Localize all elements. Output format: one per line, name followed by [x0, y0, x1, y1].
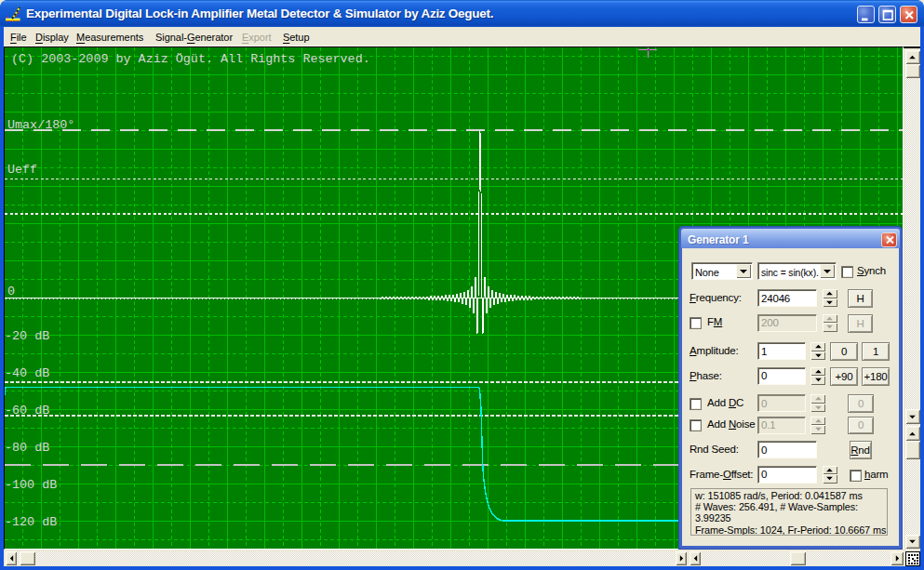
svg-text:0: 0	[7, 285, 15, 298]
svg-text:-60 dB: -60 dB	[5, 404, 49, 418]
svg-text:-120 dB: -120 dB	[5, 515, 57, 529]
svg-text:Ueff: Ueff	[7, 163, 37, 177]
svg-text:Umax/180°: Umax/180°	[7, 118, 74, 132]
svg-text:-100 dB: -100 dB	[5, 478, 57, 492]
svg-text:-40 dB: -40 dB	[5, 366, 49, 380]
svg-text:-20 dB: -20 dB	[5, 329, 49, 343]
svg-text:(C) 2003-2009 by Aziz Ögüt. Al: (C) 2003-2009 by Aziz Ögüt. All Rights R…	[11, 52, 370, 66]
svg-text:-80 dB: -80 dB	[5, 441, 49, 455]
